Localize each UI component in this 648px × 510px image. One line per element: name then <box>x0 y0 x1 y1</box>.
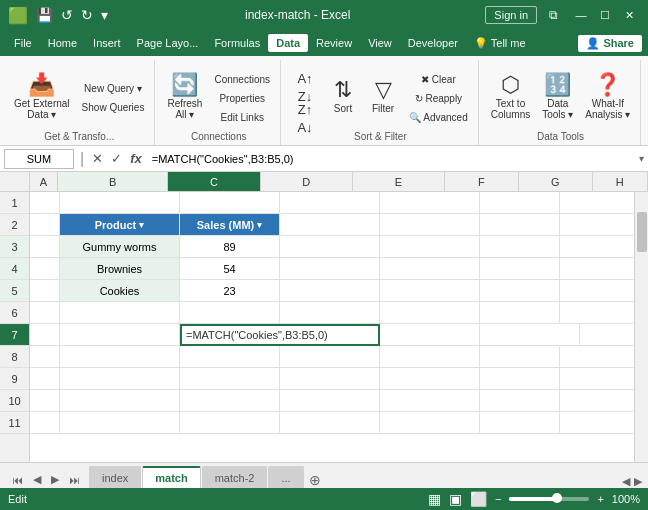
cell-b4[interactable]: Brownies <box>60 258 180 280</box>
cell-f5[interactable] <box>480 280 560 302</box>
row-header-11[interactable]: 11 <box>0 412 29 434</box>
get-external-data-button[interactable]: 📥 Get ExternalData ▾ <box>10 67 74 127</box>
col-header-b[interactable]: B <box>58 172 169 191</box>
text-to-columns-button[interactable]: ⬡ Text toColumns <box>487 67 534 127</box>
col-header-d[interactable]: D <box>261 172 353 191</box>
zoom-minus-button[interactable]: − <box>495 493 501 505</box>
maximize-button[interactable]: ☐ <box>594 5 616 25</box>
col-header-a[interactable]: A <box>30 172 58 191</box>
cell-d4[interactable] <box>280 258 380 280</box>
tab-bar-prev-button[interactable]: ◀ <box>622 475 630 488</box>
properties-button[interactable]: Properties <box>210 88 274 106</box>
sheet-tab-more[interactable]: ... <box>268 466 303 488</box>
row-header-3[interactable]: 3 <box>0 236 29 258</box>
cell-g9[interactable] <box>560 368 634 390</box>
connections-button[interactable]: Connections <box>210 69 274 87</box>
cell-g10[interactable] <box>560 390 634 412</box>
what-if-button[interactable]: ❓ What-IfAnalysis ▾ <box>581 67 634 127</box>
cell-e6[interactable] <box>380 302 480 324</box>
cell-f10[interactable] <box>480 390 560 412</box>
page-layout-icon[interactable]: ▣ <box>449 491 462 507</box>
cell-a8[interactable] <box>30 346 60 368</box>
name-box[interactable] <box>4 149 74 169</box>
reapply-button[interactable]: ↻ Reapply <box>405 88 472 106</box>
menu-file[interactable]: File <box>6 34 40 52</box>
sheet-tab-index[interactable]: index <box>89 466 141 488</box>
cell-f4[interactable] <box>480 258 560 280</box>
insert-function-icon[interactable]: fx <box>128 149 144 168</box>
product-dropdown-icon[interactable]: ▾ <box>139 220 144 230</box>
cell-f7[interactable] <box>580 324 634 346</box>
cell-e1[interactable] <box>380 192 480 214</box>
col-header-e[interactable]: E <box>353 172 445 191</box>
sort-button[interactable]: ⇅ Sort <box>325 67 361 127</box>
cell-c2[interactable]: Sales (MM) ▾ <box>180 214 280 236</box>
cell-c3[interactable]: 89 <box>180 236 280 258</box>
cell-d11[interactable] <box>280 412 380 434</box>
cell-mode-icon[interactable]: ▦ <box>428 491 441 507</box>
cell-f8[interactable] <box>480 346 560 368</box>
cancel-formula-icon[interactable]: ✕ <box>90 149 105 168</box>
formula-input[interactable] <box>148 149 633 169</box>
col-header-g[interactable]: G <box>519 172 593 191</box>
cell-g8[interactable] <box>560 346 634 368</box>
cell-f9[interactable] <box>480 368 560 390</box>
cell-c11[interactable] <box>180 412 280 434</box>
new-query-button[interactable]: New Query ▾ <box>78 78 149 96</box>
cell-g11[interactable] <box>560 412 634 434</box>
menu-data[interactable]: Data <box>268 34 308 52</box>
advanced-button[interactable]: 🔍 Advanced <box>405 107 472 125</box>
edit-links-button[interactable]: Edit Links <box>210 107 274 125</box>
cell-e7[interactable] <box>480 324 580 346</box>
signin-button[interactable]: Sign in <box>485 6 537 24</box>
cell-e5[interactable] <box>380 280 480 302</box>
menu-insert[interactable]: Insert <box>85 34 129 52</box>
redo-button[interactable]: ↻ <box>79 5 95 25</box>
cell-a2[interactable] <box>30 214 60 236</box>
cell-a9[interactable] <box>30 368 60 390</box>
formula-expand-button[interactable]: ▾ <box>639 153 644 164</box>
tab-first-button[interactable]: ⏮ <box>8 472 27 488</box>
cell-d1[interactable] <box>280 192 380 214</box>
cell-g6[interactable] <box>560 302 634 324</box>
cell-b5[interactable]: Cookies <box>60 280 180 302</box>
cell-d7[interactable] <box>380 324 480 346</box>
cell-b2[interactable]: Product ▾ <box>60 214 180 236</box>
row-header-5[interactable]: 5 <box>0 280 29 302</box>
cell-g3[interactable] <box>560 236 634 258</box>
cell-e2[interactable] <box>380 214 480 236</box>
zoom-track[interactable] <box>509 497 589 501</box>
sheet-tab-match-2[interactable]: match-2 <box>202 466 268 488</box>
cell-e4[interactable] <box>380 258 480 280</box>
undo-button[interactable]: ↺ <box>59 5 75 25</box>
row-header-7[interactable]: 7 <box>0 324 29 346</box>
cell-a7[interactable] <box>30 324 60 346</box>
row-header-4[interactable]: 4 <box>0 258 29 280</box>
cell-b10[interactable] <box>60 390 180 412</box>
row-header-2[interactable]: 2 <box>0 214 29 236</box>
vertical-scrollbar[interactable] <box>634 192 648 462</box>
quickaccess-dropdown[interactable]: ▾ <box>99 5 110 25</box>
cell-b7[interactable] <box>60 324 180 346</box>
col-header-c[interactable]: C <box>168 172 260 191</box>
cell-g4[interactable] <box>560 258 634 280</box>
cell-b1[interactable] <box>60 192 180 214</box>
minimize-button[interactable]: — <box>570 5 592 25</box>
cell-c5[interactable]: 23 <box>180 280 280 302</box>
row-header-10[interactable]: 10 <box>0 390 29 412</box>
menu-tell-me[interactable]: 💡 Tell me <box>466 34 534 53</box>
cell-a1[interactable] <box>30 192 60 214</box>
cell-b3[interactable]: Gummy worms <box>60 236 180 258</box>
menu-formulas[interactable]: Formulas <box>206 34 268 52</box>
cell-g5[interactable] <box>560 280 634 302</box>
cell-g1[interactable] <box>560 192 634 214</box>
add-sheet-button[interactable]: ⊕ <box>305 472 325 488</box>
cell-e3[interactable] <box>380 236 480 258</box>
tab-prev-button[interactable]: ◀ <box>29 471 45 488</box>
scroll-thumb[interactable] <box>637 212 647 252</box>
close-button[interactable]: ✕ <box>618 5 640 25</box>
cell-a5[interactable] <box>30 280 60 302</box>
cell-d5[interactable] <box>280 280 380 302</box>
tab-next-button[interactable]: ▶ <box>47 471 63 488</box>
menu-view[interactable]: View <box>360 34 400 52</box>
